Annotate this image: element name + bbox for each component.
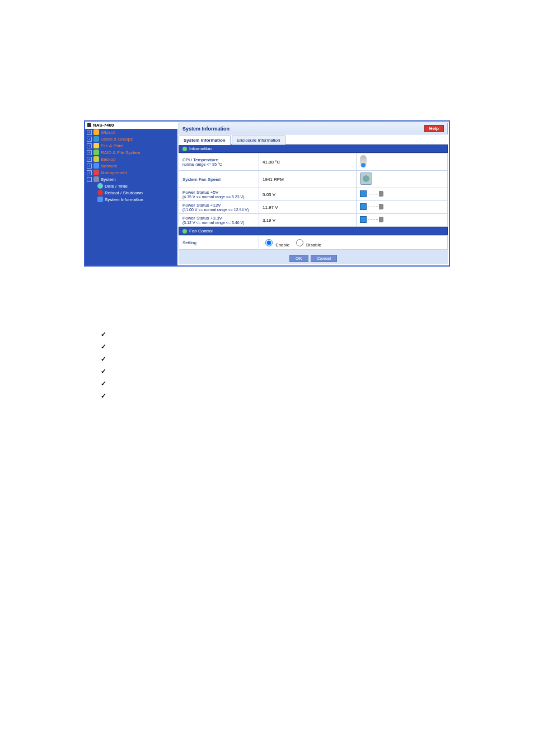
psu-icon xyxy=(360,190,383,197)
section-icon xyxy=(182,229,187,234)
fan-disable-radio[interactable] xyxy=(296,239,303,246)
info-table: CPU Temperature normal range <= 85 °C 41… xyxy=(179,153,448,227)
tabs: System Information Enclosure Information xyxy=(179,136,448,145)
ok-button[interactable]: OK xyxy=(289,255,308,262)
network-icon xyxy=(93,163,99,169)
power-5v-label: Power Status +5V xyxy=(182,190,218,195)
expander-icon[interactable]: + xyxy=(87,130,92,135)
fan-enable-radio[interactable] xyxy=(265,239,273,246)
fan-icon xyxy=(360,172,372,185)
fan-enable-option[interactable]: Enable xyxy=(263,242,291,248)
users-icon xyxy=(93,136,99,142)
checklist-item xyxy=(101,340,534,353)
panel-title-bar: System Information Help xyxy=(179,123,448,134)
tree-item-system[interactable]: – System xyxy=(85,176,177,183)
sidebar: NAS-7400 + Wizard + Users & Groups + Fil… xyxy=(85,122,177,265)
power-12v-label: Power Status +12V xyxy=(182,203,221,208)
tree-item-date-time[interactable]: Date / Time xyxy=(97,183,177,189)
cpu-temp-value: 41.00 °C xyxy=(259,153,357,171)
power-5v-range: (4.75 V <= normal range <= 5.23 V) xyxy=(182,195,255,199)
device-title: NAS-7400 xyxy=(93,123,114,128)
tree-item-network[interactable]: + Network xyxy=(85,162,177,169)
power-12v-range: (11.00 V <= normal range <= 12.94 V) xyxy=(182,208,255,212)
psu-icon xyxy=(360,203,383,210)
power-3-3v-value: 3.19 V xyxy=(259,214,357,227)
tree-item-reboot-shutdown[interactable]: Reboot / Shutdown xyxy=(97,189,177,196)
power-3-3v-label: Power Status +3.3V xyxy=(182,216,222,221)
section-icon xyxy=(182,147,187,151)
fan-setting-label: Setting xyxy=(179,236,259,250)
power-12v-value: 11.97 V xyxy=(259,201,357,214)
row-power-3-3v: Power Status +3.3V (3.12 V <= normal ran… xyxy=(179,214,448,227)
fan-speed-value: 1941 RPM xyxy=(259,171,357,188)
cpu-temp-range: normal range <= 85 °C xyxy=(182,162,255,166)
main-panel: System Information Help System Informati… xyxy=(177,122,449,265)
thermometer-icon xyxy=(360,155,367,167)
app-window: NAS-7400 + Wizard + Users & Groups + Fil… xyxy=(84,120,450,267)
help-button[interactable]: Help xyxy=(424,125,444,132)
tree-item-management[interactable]: + Management xyxy=(85,169,177,176)
power-5v-value: 5.03 V xyxy=(259,188,357,201)
device-icon xyxy=(87,123,91,127)
checklist-item xyxy=(101,365,534,377)
fan-speed-label: System Fan Speed xyxy=(182,177,221,182)
row-cpu-temp: CPU Temperature normal range <= 85 °C 41… xyxy=(179,153,448,171)
row-fan-speed: System Fan Speed 1941 RPM xyxy=(179,171,448,188)
fan-disable-option[interactable]: Disable xyxy=(293,242,321,248)
checklist-item xyxy=(101,328,534,340)
expander-icon[interactable]: + xyxy=(87,137,92,142)
row-power-12v: Power Status +12V (11.00 V <= normal ran… xyxy=(179,201,448,214)
power-icon xyxy=(97,190,103,195)
sidebar-header: NAS-7400 xyxy=(85,122,177,129)
section-label: Information xyxy=(189,146,212,151)
backup-icon xyxy=(93,156,99,162)
section-fan-control: Fan Control xyxy=(179,227,448,235)
wizard-icon xyxy=(93,129,99,135)
info-icon xyxy=(97,197,103,202)
tree-item-file-print[interactable]: + File & Print xyxy=(85,142,177,149)
expander-icon[interactable]: + xyxy=(87,157,92,162)
tree-item-backup[interactable]: + Backup xyxy=(85,156,177,162)
management-icon xyxy=(93,170,99,175)
checklist xyxy=(101,328,534,402)
disk-icon xyxy=(93,150,99,155)
cancel-button[interactable]: Cancel xyxy=(311,255,337,262)
tree-item-wizard[interactable]: + Wizard xyxy=(85,129,177,136)
tab-enclosure-information[interactable]: Enclosure Information xyxy=(232,136,285,145)
collapse-icon[interactable]: – xyxy=(87,177,92,182)
checklist-item xyxy=(101,353,534,365)
row-power-5v: Power Status +5V (4.75 V <= normal range… xyxy=(179,188,448,201)
panel-title: System Information xyxy=(182,126,229,132)
tree-item-raid[interactable]: + RAID & File System xyxy=(85,149,177,156)
tab-system-information[interactable]: System Information xyxy=(179,136,231,145)
section-label: Fan Control xyxy=(189,228,213,234)
section-information: Information xyxy=(179,144,448,153)
fan-control-table: Setting Enable Disable xyxy=(179,235,448,250)
power-3-3v-range: (3.12 V <= normal range <= 3.46 V) xyxy=(182,221,255,225)
expander-icon[interactable]: + xyxy=(87,143,92,148)
fan-setting-row: Setting Enable Disable xyxy=(179,236,448,250)
expander-icon[interactable]: + xyxy=(87,150,92,155)
clock-icon xyxy=(97,183,103,189)
cpu-temp-label: CPU Temperature xyxy=(182,157,218,162)
expander-icon[interactable]: + xyxy=(87,170,92,175)
tree-item-users-groups[interactable]: + Users & Groups xyxy=(85,136,177,142)
checklist-item xyxy=(101,390,534,402)
expander-icon[interactable]: + xyxy=(87,164,92,169)
checklist-item xyxy=(101,377,534,390)
tree-item-system-information[interactable]: System Information xyxy=(97,196,177,203)
system-icon xyxy=(93,176,99,182)
button-row: OK Cancel xyxy=(179,250,448,264)
folder-icon xyxy=(93,143,99,148)
psu-icon xyxy=(360,216,383,223)
